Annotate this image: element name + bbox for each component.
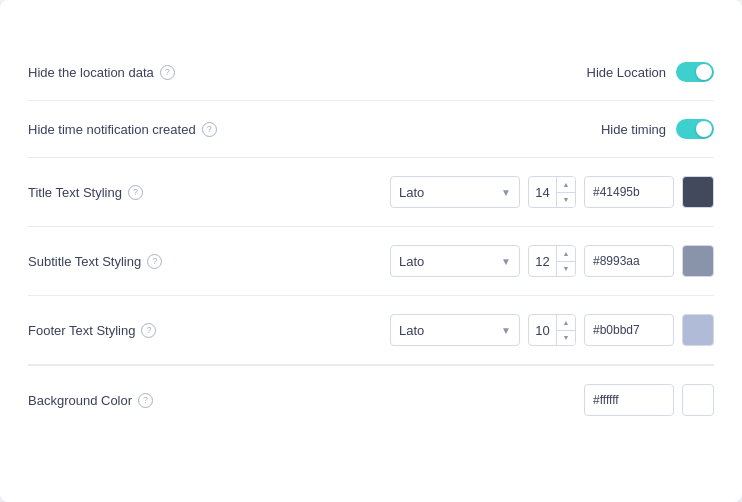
footer-text-font-value: Lato xyxy=(399,323,424,338)
footer-text-chevron-icon: ▼ xyxy=(501,325,511,336)
bg-color-input[interactable]: #ffffff xyxy=(584,384,674,416)
footer-text-size-down[interactable]: ▼ xyxy=(557,331,575,346)
title-text-row: Title Text Styling ? Lato ▼ 14 ▲ ▼ #4149… xyxy=(28,158,714,226)
title-text-chevron-icon: ▼ xyxy=(501,187,511,198)
title-text-help-icon[interactable]: ? xyxy=(128,185,143,200)
footer-text-row: Footer Text Styling ? Lato ▼ 10 ▲ ▼ #b0b… xyxy=(28,296,714,364)
subtitle-text-color-input[interactable]: #8993aa xyxy=(584,245,674,277)
subtitle-text-size-value: 12 xyxy=(529,246,557,276)
subtitle-text-help-icon[interactable]: ? xyxy=(147,254,162,269)
title-text-label: Title Text Styling ? xyxy=(28,185,143,200)
subtitle-text-size-arrows: ▲ ▼ xyxy=(557,246,575,276)
bg-label: Background Color ? xyxy=(28,393,153,408)
title-text-size-arrows: ▲ ▼ xyxy=(557,177,575,207)
hide-location-help-icon[interactable]: ? xyxy=(160,65,175,80)
title-text-font-select[interactable]: Lato ▼ xyxy=(390,176,520,208)
title-text-size-up[interactable]: ▲ xyxy=(557,177,575,193)
hide-timing-toggle-knob xyxy=(696,121,712,137)
hide-timing-toggle[interactable] xyxy=(676,119,714,139)
hide-location-toggle-group: Hide Location xyxy=(587,62,715,82)
hide-location-toggle-label: Hide Location xyxy=(587,65,667,80)
footer-text-size-value: 10 xyxy=(529,315,557,345)
hide-location-toggle[interactable] xyxy=(676,62,714,82)
subtitle-text-label-text: Subtitle Text Styling xyxy=(28,254,141,269)
footer-text-color-input[interactable]: #b0bbd7 xyxy=(584,314,674,346)
subtitle-text-color-swatch[interactable] xyxy=(682,245,714,277)
title-text-label-text: Title Text Styling xyxy=(28,185,122,200)
subtitle-text-size-down[interactable]: ▼ xyxy=(557,262,575,277)
subtitle-text-controls: Lato ▼ 12 ▲ ▼ #8993aa xyxy=(390,245,714,277)
bg-color-swatch[interactable] xyxy=(682,384,714,416)
footer-text-label: Footer Text Styling ? xyxy=(28,323,156,338)
footer-text-size-arrows: ▲ ▼ xyxy=(557,315,575,345)
footer-text-font-select[interactable]: Lato ▼ xyxy=(390,314,520,346)
footer-text-controls: Lato ▼ 10 ▲ ▼ #b0bbd7 xyxy=(390,314,714,346)
title-text-controls: Lato ▼ 14 ▲ ▼ #41495b xyxy=(390,176,714,208)
hide-location-row: Hide the location data ? Hide Location xyxy=(28,44,714,100)
hide-timing-label: Hide time notification created ? xyxy=(28,122,217,137)
hide-location-toggle-knob xyxy=(696,64,712,80)
subtitle-text-label: Subtitle Text Styling ? xyxy=(28,254,162,269)
subtitle-text-font-select[interactable]: Lato ▼ xyxy=(390,245,520,277)
footer-text-size-up[interactable]: ▲ xyxy=(557,315,575,331)
subtitle-text-size-up[interactable]: ▲ xyxy=(557,246,575,262)
hide-timing-label-text: Hide time notification created xyxy=(28,122,196,137)
hide-timing-row: Hide time notification created ? Hide ti… xyxy=(28,101,714,157)
title-text-size-input: 14 ▲ ▼ xyxy=(528,176,576,208)
hide-timing-help-icon[interactable]: ? xyxy=(202,122,217,137)
footer-text-color-swatch[interactable] xyxy=(682,314,714,346)
hide-timing-toggle-label: Hide timing xyxy=(601,122,666,137)
bg-label-text: Background Color xyxy=(28,393,132,408)
title-text-size-value: 14 xyxy=(529,177,557,207)
hide-timing-toggle-group: Hide timing xyxy=(601,119,714,139)
subtitle-text-chevron-icon: ▼ xyxy=(501,256,511,267)
title-text-color-input[interactable]: #41495b xyxy=(584,176,674,208)
footer-text-label-text: Footer Text Styling xyxy=(28,323,135,338)
footer-text-help-icon[interactable]: ? xyxy=(141,323,156,338)
subtitle-text-row: Subtitle Text Styling ? Lato ▼ 12 ▲ ▼ #8… xyxy=(28,227,714,295)
advanced-settings-card: Hide the location data ? Hide Location H… xyxy=(0,0,742,502)
background-color-row: Background Color ? #ffffff xyxy=(28,366,714,434)
footer-text-size-input: 10 ▲ ▼ xyxy=(528,314,576,346)
bg-help-icon[interactable]: ? xyxy=(138,393,153,408)
title-text-size-down[interactable]: ▼ xyxy=(557,193,575,208)
subtitle-text-font-value: Lato xyxy=(399,254,424,269)
hide-location-label-text: Hide the location data xyxy=(28,65,154,80)
hide-location-label: Hide the location data ? xyxy=(28,65,175,80)
subtitle-text-size-input: 12 ▲ ▼ xyxy=(528,245,576,277)
bg-controls: #ffffff xyxy=(584,384,714,416)
title-text-color-swatch[interactable] xyxy=(682,176,714,208)
title-text-font-value: Lato xyxy=(399,185,424,200)
